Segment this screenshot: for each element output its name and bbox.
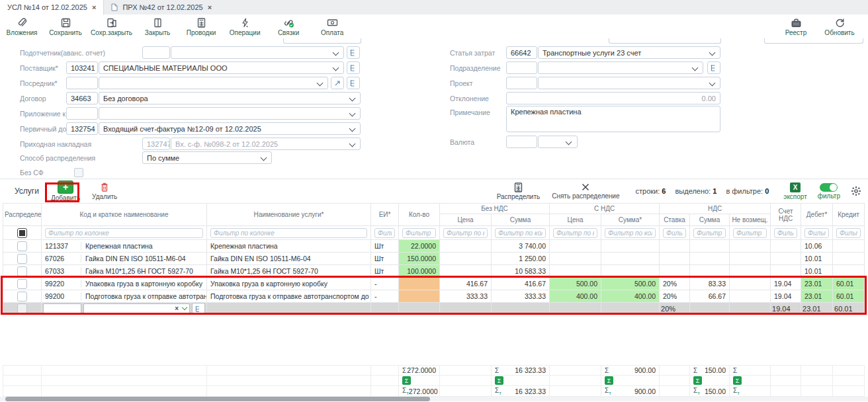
operations-button[interactable]: Операции — [226, 17, 263, 36]
primary-doc-code-input[interactable]: 132754 — [66, 122, 98, 135]
cell-vat-sum[interactable] — [690, 265, 730, 278]
cell-credit[interactable] — [833, 265, 865, 278]
scrollbar-thumb[interactable] — [5, 397, 430, 401]
undistribute-button[interactable]: Снять распределение — [552, 182, 619, 200]
cell-price-no-vat[interactable] — [440, 265, 492, 278]
cell-qty[interactable] — [399, 278, 440, 290]
primary-doc-input[interactable]: Входящий счет-фактура №12-09 от 12.02.20… — [99, 122, 361, 135]
currency-code-input[interactable] — [506, 136, 537, 148]
cell-price-no-vat[interactable] — [440, 303, 492, 315]
cell-name[interactable] — [207, 303, 371, 315]
grid-settings-button[interactable] — [851, 186, 861, 196]
chevron-down-icon[interactable] — [182, 305, 187, 310]
cell-debit[interactable]: 10.01 — [801, 265, 833, 278]
save-close-button[interactable]: Сохр.закрыть — [91, 17, 132, 36]
cell-code[interactable]: 121337Крепежная пластина — [42, 240, 207, 253]
supplier-code-input[interactable]: 103241 — [66, 61, 98, 74]
cell-unit[interactable]: - — [371, 290, 399, 303]
column-filter-input[interactable] — [605, 228, 656, 238]
cell-name[interactable]: Подготовка груза к отправке автотранспор… — [207, 290, 371, 303]
hierarchy-button[interactable] — [347, 77, 360, 89]
cell-vat-account[interactable] — [771, 240, 801, 253]
podotchetnik-input[interactable] — [171, 46, 344, 59]
close-button[interactable]: Закрыть — [139, 17, 176, 36]
new-row-code-input[interactable] — [43, 303, 81, 314]
cell-rate[interactable] — [660, 240, 690, 253]
col-header-rate[interactable]: Ставка — [660, 214, 690, 226]
cell-vat-account[interactable]: 19.04 — [771, 290, 801, 303]
clear-icon[interactable]: × — [175, 305, 179, 312]
cell-non-refund[interactable] — [730, 278, 771, 290]
tab-usl[interactable]: УСЛ №14 от 12.02.2025 × — [0, 0, 104, 15]
cell-qty[interactable]: 22.0000 — [399, 240, 440, 253]
col-header-vat-sum[interactable]: Сумма — [690, 214, 730, 226]
column-filter-input[interactable] — [443, 228, 488, 238]
cell-select[interactable] — [3, 240, 42, 253]
new-row-name-combo[interactable]: × — [83, 303, 190, 314]
note-textarea[interactable] — [506, 106, 720, 132]
cell-price-no-vat[interactable] — [440, 253, 492, 265]
cell-sum-vat[interactable] — [601, 303, 660, 315]
project-input[interactable] — [538, 77, 720, 89]
cell-unit[interactable] — [371, 303, 399, 315]
delete-row-button[interactable]: Удалить — [92, 182, 117, 200]
add-row-button[interactable]: + Добавить — [51, 181, 80, 202]
toggle-on-icon[interactable] — [820, 183, 838, 192]
attachments-button[interactable]: Вложения — [3, 17, 40, 36]
cell-qty[interactable]: 100.0000 — [399, 265, 440, 278]
intermediary-code-input[interactable] — [66, 77, 98, 89]
cell-name[interactable]: Гайка DIN EN ISO 10511-М6-04 — [207, 253, 371, 265]
column-filter-input[interactable] — [402, 228, 436, 238]
cell-sum-no-vat[interactable]: 416.67 — [492, 278, 550, 290]
close-icon[interactable]: × — [92, 3, 96, 11]
postings-button[interactable]: Проводки — [183, 17, 220, 36]
column-filter-input[interactable] — [733, 228, 767, 238]
col-header-sum[interactable]: Сумма — [492, 214, 550, 226]
horizontal-scrollbar[interactable] — [0, 397, 868, 401]
cell-sum-no-vat[interactable]: 3 740.00 — [492, 240, 550, 253]
cell-rate[interactable]: 20% — [660, 303, 690, 315]
sigma-icon[interactable]: Σ — [402, 376, 411, 385]
cell-qty[interactable] — [399, 303, 440, 315]
cell-vat-sum[interactable] — [690, 253, 730, 265]
hierarchy-button[interactable] — [192, 303, 205, 314]
deviation-input[interactable]: 0.00 — [506, 92, 720, 104]
export-button[interactable]: X экспорт — [783, 182, 807, 200]
sigma-icon[interactable]: Σ — [693, 376, 702, 385]
distribute-button[interactable]: Распределить — [497, 182, 541, 200]
department-code-input[interactable] — [506, 61, 537, 74]
cell-non-refund[interactable] — [730, 290, 771, 303]
table-row[interactable]: 121337Крепежная пластинаКрепежная пласти… — [3, 240, 865, 253]
cost-item-code-input[interactable]: 66642 — [506, 46, 537, 59]
col-header-qty[interactable]: Кол-во — [399, 204, 440, 226]
column-filter-input[interactable] — [774, 228, 797, 238]
cell-vat-account[interactable] — [771, 265, 801, 278]
row-checkbox[interactable] — [17, 241, 27, 251]
sigma-icon[interactable]: Σ — [733, 376, 742, 385]
cell-unit[interactable]: Шт — [371, 240, 399, 253]
cell-name[interactable]: Крепежная пластина — [207, 240, 371, 253]
intermediary-input[interactable] — [99, 77, 328, 89]
cell-debit[interactable]: 23.01 — [801, 278, 833, 290]
cell-code[interactable]: 67026Гайка DIN EN ISO 10511-М6-04 — [42, 253, 207, 265]
contract-code-input[interactable]: 34663 — [66, 92, 98, 104]
cell-sum-vat[interactable] — [601, 253, 660, 265]
cell-vat-account[interactable] — [771, 253, 801, 265]
cell-credit[interactable]: 60.01 — [833, 290, 865, 303]
table-row[interactable]: 99220Упаковка груза в картонную коробкуУ… — [3, 278, 865, 290]
col-header-vat-account[interactable]: Счет НДС — [771, 204, 801, 226]
column-filter-input[interactable] — [495, 228, 546, 238]
receipt-note-input[interactable]: Вх. с-ф. №098-2 от 12.02.2025 — [171, 138, 361, 150]
cell-non-refund[interactable] — [730, 240, 771, 253]
cell-name[interactable]: Гайка М10*1,25 6Н ГОСТ 5927-70 — [207, 265, 371, 278]
cell-price-no-vat[interactable]: 416.67 — [440, 278, 492, 290]
no-invoice-checkbox[interactable] — [74, 168, 83, 177]
cell-price-no-vat[interactable]: 333.33 — [440, 290, 492, 303]
col-header-price2[interactable]: Цена — [550, 214, 601, 226]
cell-sum-vat[interactable]: 500.00 — [601, 278, 660, 290]
cell-sum-vat[interactable]: 400.00 — [601, 290, 660, 303]
cell-credit[interactable]: 60.01 — [833, 303, 865, 315]
select-all-checkbox[interactable] — [17, 228, 27, 238]
col-header-name[interactable]: Наименование услуги* — [207, 204, 371, 226]
cell-debit[interactable]: 10.01 — [801, 253, 833, 265]
